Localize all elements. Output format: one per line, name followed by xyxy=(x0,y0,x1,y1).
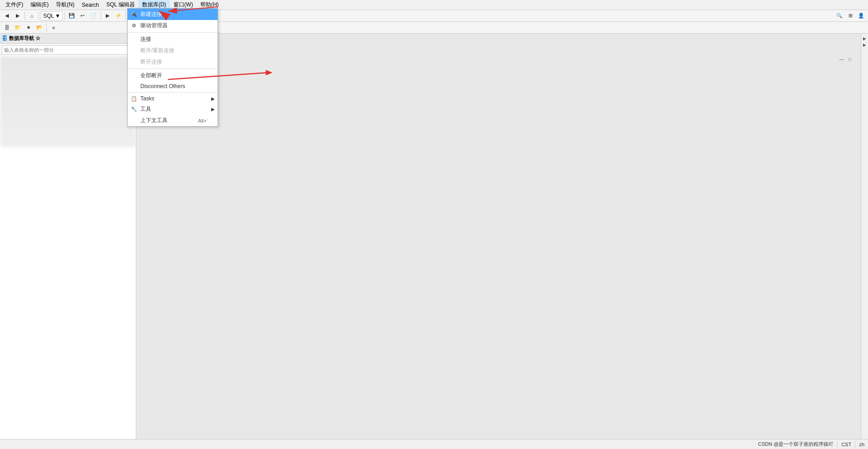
search-toolbar-button[interactable]: 🔍 xyxy=(834,11,844,20)
separator-3 xyxy=(64,12,65,20)
new-sql-button[interactable]: 📄 xyxy=(89,11,99,20)
tasks-submenu-arrow: ▶ xyxy=(211,96,215,101)
statusbar: CSDN @是一个双子座的程序猿吖 CST zh xyxy=(0,439,868,449)
menu-disconnect-reconnect: 断开/重新连接 xyxy=(128,45,218,56)
menu-navigate[interactable]: 导航(N) xyxy=(52,0,78,10)
separator-2 xyxy=(39,12,39,20)
back-button[interactable]: ◀ xyxy=(2,11,12,20)
disconnect-reconnect-label: 断开/重新连接 xyxy=(140,47,174,54)
execute-button[interactable]: ▶ xyxy=(103,11,113,20)
gear-icon: ⚙ xyxy=(130,22,138,30)
window-controls: — □ xyxy=(838,55,853,63)
menu-connect[interactable]: 连接 xyxy=(128,34,218,45)
right-panel-btn-1[interactable]: ▶ xyxy=(862,35,868,42)
context-tools-label: 上下文工具 xyxy=(140,117,168,124)
status-credit: CSDN @是一个双子座的程序猿吖 xyxy=(758,441,833,448)
new-connection-label: 新建连接 xyxy=(140,10,162,18)
plug-icon: 🔌 xyxy=(130,11,138,18)
user-button[interactable]: 👤 xyxy=(856,11,866,20)
menu-tools[interactable]: 🔧 工具 ▶ xyxy=(128,104,218,115)
db-nav-button[interactable]: 🗄 xyxy=(2,23,12,32)
sidebar-search-container xyxy=(0,44,136,56)
driver-manager-label: 驱动管理器 xyxy=(140,22,168,30)
revert-button[interactable]: ↩ xyxy=(78,11,88,20)
explain-button[interactable]: ⚡ xyxy=(114,11,124,20)
db-icon: 🗄 xyxy=(2,35,7,42)
bookmark-button[interactable]: ★ xyxy=(24,23,34,32)
statusbar-sep-1 xyxy=(837,441,838,448)
separator-5 xyxy=(125,12,126,20)
statusbar-sep-2 xyxy=(855,441,855,448)
database-dropdown-menu: 🔌 新建连接 ⚙ 驱动管理器 连接 断开/重新连接 断开连接 全部断开 Disc… xyxy=(127,8,218,127)
menu-context-tools[interactable]: 上下文工具 Alt+` xyxy=(128,115,218,126)
disconnect-label: 断开连接 xyxy=(140,58,162,66)
query-manager-button[interactable]: ≡ xyxy=(49,23,59,32)
forward-button[interactable]: ▶ xyxy=(13,11,23,20)
menu-file[interactable]: 文件(F) xyxy=(2,0,27,10)
menu-disconnect-all[interactable]: 全部断开 xyxy=(128,70,218,81)
separator-menu-1 xyxy=(128,32,218,33)
search-input[interactable] xyxy=(2,45,134,54)
sidebar-tree-blurred xyxy=(0,56,136,147)
sidebar: 🗄 数据库导航 ☆ xyxy=(0,34,136,439)
disconnect-all-label: 全部断开 xyxy=(140,72,162,79)
folder-button[interactable]: 📂 xyxy=(35,23,45,32)
home-button[interactable]: ⌂ xyxy=(27,11,37,20)
sidebar-content xyxy=(0,56,136,439)
separator-t2 xyxy=(46,24,47,32)
sql-dropdown[interactable]: SQL ▼ xyxy=(41,11,63,20)
wrench-icon: 🔧 xyxy=(130,106,138,113)
menu-disconnect: 断开连接 xyxy=(128,56,218,68)
layout-button[interactable]: ⊞ xyxy=(845,11,855,20)
tools-label: 工具 xyxy=(140,105,151,113)
maximize-button[interactable]: □ xyxy=(846,55,853,63)
right-panel-btn-2[interactable]: ▶ xyxy=(862,42,868,48)
menu-disconnect-others[interactable]: Disconnect Others xyxy=(128,81,218,91)
tools-submenu-arrow: ▶ xyxy=(211,107,215,112)
menu-driver-manager[interactable]: ⚙ 驱动管理器 xyxy=(128,20,218,31)
separator-4 xyxy=(100,12,101,20)
menu-tasks[interactable]: 📋 Tasks ▶ xyxy=(128,94,218,104)
save-button[interactable]: 💾 xyxy=(67,11,77,20)
sidebar-header: 🗄 数据库导航 ☆ xyxy=(0,34,136,44)
tasks-label: Tasks xyxy=(140,95,154,102)
minimize-button[interactable]: — xyxy=(838,55,845,63)
disconnect-others-label: Disconnect Others xyxy=(140,83,185,89)
separator-1 xyxy=(25,12,25,20)
menu-edit[interactable]: 编辑(E) xyxy=(27,0,52,10)
dropdown-arrow-icon: ▼ xyxy=(55,13,60,19)
main-content: — □ xyxy=(136,34,861,439)
project-button[interactable]: 📁 xyxy=(13,23,23,32)
right-panel: ▶ ▶ xyxy=(861,34,868,439)
menu-new-connection[interactable]: 🔌 新建连接 xyxy=(128,9,218,20)
sql-label: SQL xyxy=(43,13,54,19)
separator-menu-3 xyxy=(128,92,218,93)
separator-menu-2 xyxy=(128,69,218,69)
sidebar-title: 数据库导航 ☆ xyxy=(9,35,40,42)
context-tools-shortcut: Alt+` xyxy=(198,118,208,123)
status-lang: zh xyxy=(859,442,864,447)
tasks-icon: 📋 xyxy=(130,95,138,102)
menu-search[interactable]: Search xyxy=(78,1,103,9)
connect-label: 连接 xyxy=(140,35,151,43)
status-locale: CST xyxy=(841,442,851,447)
